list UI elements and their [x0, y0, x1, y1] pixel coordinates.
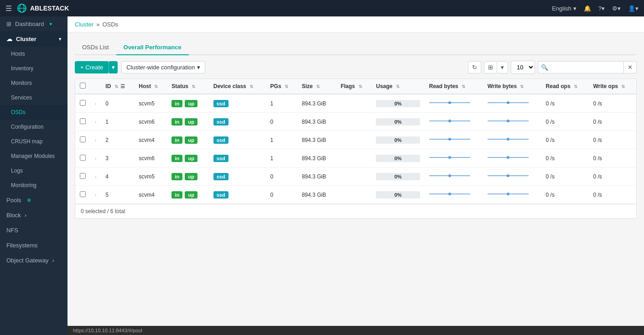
row-read-bytes	[425, 168, 483, 186]
row-read-ops: 0 /s	[541, 186, 589, 204]
help-icon[interactable]: ?▾	[598, 5, 605, 12]
sidebar-item-logs[interactable]: Logs	[0, 163, 68, 178]
row-status: in up	[167, 149, 208, 168]
tab-overall-performance[interactable]: Overall Performance	[116, 40, 189, 55]
col-flags[interactable]: Flags ⇅	[336, 79, 372, 94]
layout-dropdown-button[interactable]: ▾	[497, 61, 508, 73]
status-in-badge: in	[171, 136, 182, 144]
refresh-button[interactable]: ↻	[468, 61, 481, 73]
logo-icon	[17, 4, 26, 13]
col-usage[interactable]: Usage ⇅	[371, 79, 424, 94]
status-up-badge: up	[185, 173, 197, 180]
create-button[interactable]: + Create	[75, 61, 109, 73]
cluster-arrow-icon: ▾	[59, 37, 61, 42]
row-host: scvm4	[134, 186, 167, 204]
topbar: ☰ ABLESTACK English ▾ 🔔 ?▾ ⚙▾ 👤▾	[0, 0, 644, 16]
breadcrumb-separator: »	[96, 21, 99, 28]
col-write-bytes[interactable]: Write bytes ⇅	[483, 79, 541, 94]
col-read-ops[interactable]: Read ops ⇅	[541, 79, 589, 94]
row-flags	[336, 168, 372, 186]
sidebar-item-monitors[interactable]: Monitors	[0, 76, 68, 90]
row-checkbox[interactable]	[80, 118, 86, 124]
sidebar-item-configuration[interactable]: Configuration	[0, 120, 68, 134]
flags-sort-icon: ⇅	[358, 84, 362, 89]
row-write-ops: 0 /s	[588, 94, 636, 113]
pgs-sort-icon: ⇅	[285, 84, 288, 89]
expand-button[interactable]: ›	[95, 174, 96, 179]
col-select-all[interactable]	[75, 79, 90, 94]
status-sort-icon: ⇅	[192, 84, 195, 89]
row-checkbox[interactable]	[80, 136, 86, 142]
sidebar-item-monitoring[interactable]: Monitoring	[0, 178, 68, 193]
col-device-class[interactable]: Device class ⇅	[209, 79, 266, 94]
sidebar-item-pools[interactable]: Pools ⊕	[0, 193, 68, 208]
user-icon[interactable]: 👤▾	[628, 5, 639, 12]
usage-text: 0%	[376, 119, 420, 125]
sidebar-item-cluster[interactable]: ☁ Cluster ▾	[0, 31, 68, 47]
create-dropdown-button[interactable]: ▾	[109, 61, 118, 73]
sidebar-item-services[interactable]: Services	[0, 90, 68, 105]
expand-button[interactable]: ›	[95, 101, 96, 106]
col-host[interactable]: Host ⇅	[134, 79, 167, 94]
sidebar-item-crush-map[interactable]: CRUSH map	[0, 134, 68, 149]
row-flags	[336, 186, 372, 204]
row-expand-cell[interactable]: ›	[90, 131, 101, 149]
row-read-ops: 0 /s	[541, 149, 589, 168]
col-size[interactable]: Size ⇅	[297, 79, 336, 94]
tab-osds-list[interactable]: OSDs List	[75, 40, 116, 55]
page-size-select[interactable]: 10 25 50	[511, 61, 535, 74]
row-checkbox[interactable]	[80, 155, 86, 161]
row-id: 1	[101, 113, 134, 131]
cluster-config-button[interactable]: Cluster-wide configuration ▾	[121, 61, 205, 73]
expand-button[interactable]: ›	[95, 193, 96, 198]
search-clear-button[interactable]: ✕	[624, 61, 637, 73]
row-expand-cell[interactable]: ›	[90, 94, 101, 113]
topbar-actions: English ▾ 🔔 ?▾ ⚙▾ 👤▾	[552, 5, 639, 12]
expand-button[interactable]: ›	[95, 120, 96, 125]
sidebar-item-hosts[interactable]: Hosts	[0, 47, 68, 61]
settings-icon[interactable]: ⚙▾	[612, 5, 621, 12]
content-area: Cluster » OSDs OSDs List Overall Perform…	[68, 16, 644, 335]
row-host: scvm5	[134, 168, 167, 186]
id-filter-icon[interactable]: ☰	[120, 84, 125, 89]
row-id: 0	[101, 94, 134, 113]
svg-point-26	[507, 193, 509, 195]
usage-text: 0%	[376, 174, 420, 179]
sidebar-item-nfs[interactable]: NFS	[0, 223, 68, 238]
row-expand-cell[interactable]: ›	[90, 186, 101, 204]
row-checkbox-cell	[75, 131, 90, 149]
usage-bar-container: 0%	[376, 136, 420, 144]
col-read-bytes[interactable]: Read bytes ⇅	[425, 79, 483, 94]
layout-button[interactable]: ⊞	[484, 61, 497, 73]
sidebar-item-manager-modules[interactable]: Manager Modules	[0, 149, 68, 163]
sidebar-item-osds[interactable]: OSDs	[0, 105, 68, 120]
sidebar-item-block[interactable]: Block ›	[0, 208, 68, 223]
search-input[interactable]	[551, 61, 624, 73]
expand-button[interactable]: ›	[95, 156, 96, 161]
expand-button[interactable]: ›	[95, 138, 96, 143]
notification-bell-icon[interactable]: 🔔	[584, 5, 591, 12]
row-checkbox[interactable]	[80, 100, 86, 106]
usage-bar-container: 0%	[376, 155, 420, 162]
col-pgs[interactable]: PGs ⇅	[266, 79, 297, 94]
col-write-ops[interactable]: Write ops ⇅	[588, 79, 636, 94]
sidebar-item-dashboard[interactable]: ⊞ Dashboard ♥	[0, 16, 68, 31]
row-expand-cell[interactable]: ›	[90, 168, 101, 186]
status-in-badge: in	[171, 191, 182, 199]
sidebar-item-filesystems[interactable]: Filesystems	[0, 238, 68, 253]
pools-loading-icon: ⊕	[27, 197, 31, 203]
row-expand-cell[interactable]: ›	[90, 113, 101, 131]
row-checkbox[interactable]	[80, 173, 86, 179]
sidebar-item-inventory[interactable]: Inventory	[0, 61, 68, 76]
col-status[interactable]: Status ⇅	[167, 79, 208, 94]
row-checkbox[interactable]	[80, 191, 86, 197]
dashboard-heart-icon: ♥	[50, 21, 52, 26]
sidebar-item-object-gateway[interactable]: Object Gateway ›	[0, 253, 68, 268]
col-id[interactable]: ID ⇅ ☰	[101, 79, 134, 94]
row-expand-cell[interactable]: ›	[90, 149, 101, 168]
breadcrumb-cluster-link[interactable]: Cluster	[75, 21, 93, 28]
language-selector[interactable]: English ▾	[552, 5, 576, 12]
select-all-checkbox[interactable]	[80, 83, 86, 89]
hamburger-icon[interactable]: ☰	[5, 4, 12, 13]
row-read-bytes	[425, 131, 483, 149]
